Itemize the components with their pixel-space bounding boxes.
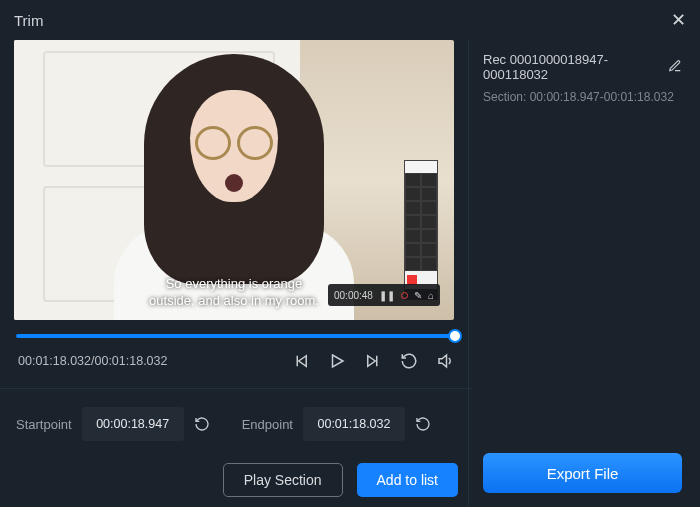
replay-icon[interactable]	[400, 352, 418, 370]
play-icon[interactable]	[328, 352, 346, 370]
next-frame-icon[interactable]	[364, 352, 382, 370]
seek-bar[interactable]	[16, 334, 456, 338]
trim-inputs: Startpoint Endpoint	[14, 389, 458, 455]
section-range: Section: 00:00:18.947-00:01:18.032	[483, 90, 682, 104]
caption-text: So everything is orange outside, and als…	[80, 275, 388, 310]
edit-name-icon[interactable]	[668, 59, 682, 76]
endpoint-input[interactable]	[303, 407, 405, 441]
record-dot-icon	[401, 292, 408, 299]
seek-handle[interactable]	[448, 329, 462, 343]
pen-mini-icon: ✎	[414, 290, 422, 301]
playback-controls: 00:01:18.032/00:01:18.032	[14, 338, 458, 388]
startpoint-reset-icon[interactable]	[194, 416, 210, 432]
home-mini-icon: ⌂	[428, 290, 434, 301]
volume-icon[interactable]	[436, 352, 454, 370]
overlay-toolstrip	[404, 160, 438, 300]
endpoint-label: Endpoint	[242, 417, 293, 432]
endpoint-reset-icon[interactable]	[415, 416, 431, 432]
startpoint-input[interactable]	[82, 407, 184, 441]
titlebar: Trim ✕	[0, 0, 700, 40]
play-section-button[interactable]: Play Section	[223, 463, 343, 497]
export-file-button[interactable]: Export File	[483, 453, 682, 493]
window-title: Trim	[14, 12, 43, 29]
add-to-list-button[interactable]: Add to list	[357, 463, 458, 497]
recording-name: Rec 0001000018947-000118032	[483, 52, 662, 82]
close-icon[interactable]: ✕	[671, 9, 686, 31]
time-display: 00:01:18.032/00:01:18.032	[18, 354, 274, 368]
video-preview[interactable]: 00:00:48 ❚❚ ✎ ⌂ So everything is orange …	[14, 40, 454, 320]
startpoint-label: Startpoint	[16, 417, 72, 432]
prev-frame-icon[interactable]	[292, 352, 310, 370]
